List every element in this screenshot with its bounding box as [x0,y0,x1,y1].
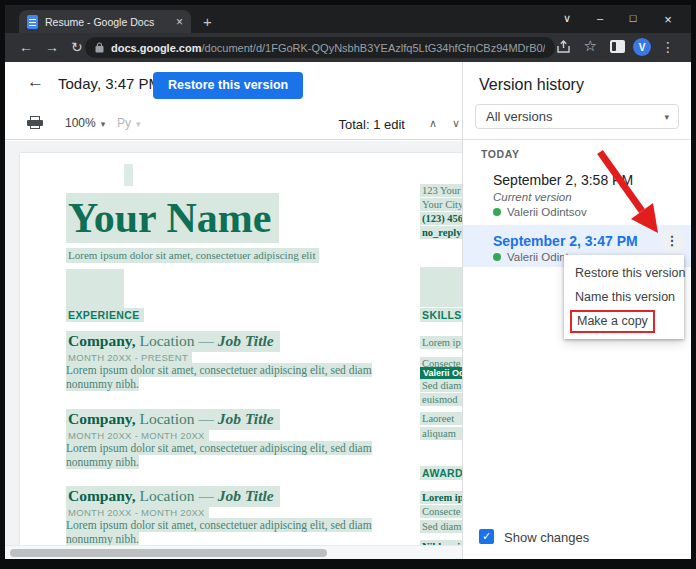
version-item-title[interactable]: September 2, 3:47 PM [493,233,638,249]
author-name: Valerii Odintsov [507,206,587,218]
skills-heading: SKILLS [420,308,462,322]
preview-toolbar: 100%▾ Py▾ Total: 1 edit ∧ ∨ [5,106,462,140]
divider [463,139,691,140]
awards-line: Sed diam [420,520,462,533]
panel-title: Version history [479,76,584,94]
awards-heading: AWARDS [420,466,462,480]
highlight-block [420,267,462,307]
back-icon[interactable]: ← [19,39,33,55]
red-highlight-box: Make a copy [570,310,655,333]
profile-avatar[interactable]: V [633,38,651,56]
job-description-text: Lorem ipsum dolor sit amet, consectetuer… [66,518,372,545]
version-group-label: TODAY [481,148,520,160]
window-close-button[interactable]: × [660,12,676,27]
skills-line: aliquam [420,427,462,440]
menu-item-name-this-version[interactable]: Name this version [564,285,684,309]
lock-icon [95,42,104,53]
tab-close-icon[interactable]: × [176,16,183,28]
version-author: Valerii Odintsov [493,206,587,218]
address-bar[interactable]: docs.google.com/document/d/1FGoRK-QQyNsb… [85,37,555,58]
collaborator-cursor-flag: Valerii Od [420,367,462,379]
tab-search-icon[interactable]: ∨ [559,12,575,25]
side-panel-icon[interactable] [610,40,625,53]
zoom-value: 100% [65,116,96,130]
url-domain: docs.google.com [111,42,201,54]
tab-title: Resume - Google Docs [45,16,169,28]
job-description: Lorem ipsum dolor sit amet, consectetuer… [66,442,418,469]
job-role: Job Title [218,410,274,427]
resume-name-heading: Your Name [66,193,279,243]
paragraph-style-select[interactable]: Py▾ [117,116,141,130]
menu-item-restore-this-version[interactable]: Restore this version [564,261,684,285]
job-location: Location — [136,332,218,349]
dropdown-caret-icon: ▾ [664,106,669,129]
highlight-block [124,164,133,186]
version-options-kebab-icon[interactable]: ⋮ [659,228,685,254]
job-role: Job Title [218,332,274,349]
back-to-document-icon[interactable]: ← [27,72,44,92]
google-docs-icon [27,15,38,29]
maximize-button[interactable]: □ [625,12,641,24]
edit-total-label: Total: 1 edit [339,117,406,132]
skills-line: Lorem ip [420,336,462,349]
version-context-menu: Restore this version Name this version M… [564,255,684,339]
next-edit-icon[interactable]: ∨ [452,117,460,130]
highlight-block [66,269,124,309]
job-company: Company, [68,410,136,427]
job-location: Location — [136,487,218,504]
panel-footer: ✓ Show changes [463,517,691,559]
window-frame: Resume - Google Docs × + ∨ – □ × ← → ↻ d… [0,0,696,569]
browser-menu-icon[interactable]: ⋮ [661,39,675,55]
version-item-title[interactable]: September 2, 3:58 PM [493,172,633,188]
job-description-text: Lorem ipsum dolor sit amet, consectetuer… [66,441,372,469]
restore-this-version-button[interactable]: Restore this version [153,72,303,99]
zoom-select[interactable]: 100%▾ [65,116,105,130]
print-icon[interactable] [27,116,43,129]
job-company: Company, [68,332,136,349]
job-company: Company, [68,487,136,504]
awards-line: Lorem ip [420,491,462,504]
author-dot-icon [493,208,501,216]
author-dot-icon [493,253,501,261]
contact-line: 123 Your [420,184,462,197]
url-path: /document/d/1FGoRK-QQyNsbhB3YEAzlfq5LtG3… [201,42,545,54]
contact-line: (123) 456 [420,212,462,225]
skills-line: Sed diam [420,379,462,392]
job-location: Location — [136,410,218,427]
version-history-panel: Version history All versions ▾ TODAY Sep… [462,62,691,559]
job-title-line: Company, Location — Job Title [66,486,280,507]
browser-titlebar: Resume - Google Docs × + ∨ – □ × [5,5,691,33]
job-title-line: Company, Location — Job Title [66,331,280,352]
experience-heading: EXPERIENCE [66,308,144,322]
contact-line: Your City [420,198,462,211]
version-timestamp-title: Today, 3:47 PM [58,75,161,92]
share-icon[interactable] [556,40,571,54]
show-changes-label: Show changes [504,530,589,545]
document-page: Your Name Lorem ipsum dolor sit amet, co… [20,153,462,545]
contact-line: no_reply [420,226,462,239]
job-description: Lorem ipsum dolor sit amet, consectetuer… [66,364,418,391]
all-versions-dropdown[interactable]: All versions ▾ [475,104,679,129]
resume-tagline: Lorem ipsum dolor sit amet, consectetuer… [66,248,319,263]
new-tab-button[interactable]: + [203,13,212,30]
menu-item-make-a-copy[interactable]: Make a copy [564,309,684,333]
horizontal-scrollbar-thumb[interactable] [10,549,327,557]
bookmark-star-icon[interactable]: ☆ [584,38,597,54]
google-docs-app: ← Today, 3:47 PM Restore this version 10… [5,62,691,559]
show-changes-checkbox[interactable]: ✓ [479,529,494,544]
version-header: ← Today, 3:47 PM Restore this version [5,62,462,106]
job-role: Job Title [218,487,274,504]
paragraph-style-value: Py [117,116,131,130]
job-title-line: Company, Location — Job Title [66,409,280,430]
minimize-button[interactable]: – [592,12,608,24]
horizontal-scrollbar[interactable] [5,545,462,559]
all-versions-value: All versions [486,109,552,124]
reload-icon[interactable]: ↻ [71,39,83,55]
previous-edit-icon[interactable]: ∧ [429,117,437,130]
zoom-caret-icon: ▾ [101,119,106,129]
url-text: docs.google.com/document/d/1FGoRK-QQyNsb… [111,42,545,54]
forward-icon[interactable]: → [45,39,59,55]
browser-tab[interactable]: Resume - Google Docs × [19,10,191,33]
awards-line: Consecte [420,505,462,518]
skills-line: Laoreet [420,412,462,425]
